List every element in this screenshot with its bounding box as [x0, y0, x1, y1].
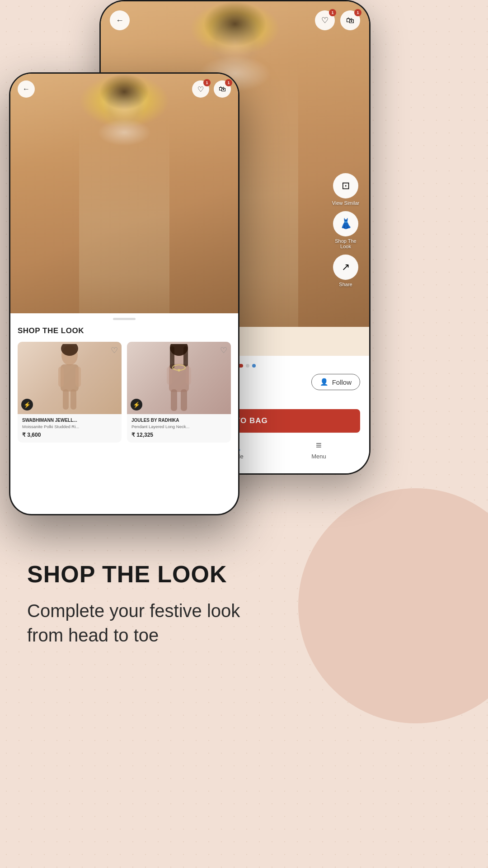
product-card-1[interactable]: ⚡ SWABHIMANN JEWELL... Moissanite Polki …: [18, 342, 122, 443]
follow-button[interactable]: 👤 Follow: [311, 374, 360, 390]
front-wishlist-btn[interactable]: ♡ 1: [192, 80, 209, 98]
product-info-1: SWABHIMANN JEWELL... Moissanite Polki St…: [18, 414, 122, 443]
handle-bar: [113, 318, 136, 320]
person-1: [18, 342, 122, 414]
product-desc-1: Moissanite Polki Studded Ri...: [22, 424, 117, 429]
share-btn[interactable]: ↗ Share: [331, 255, 360, 287]
bottom-text-section: SHOP THE LOOK Complete your festive look…: [0, 533, 488, 684]
front-wishlist-badge: 1: [203, 79, 211, 86]
view-similar-label: View Similar: [332, 200, 359, 206]
wishlist-icon-btn[interactable]: ♡ 1: [315, 10, 335, 30]
follow-user-icon: 👤: [320, 378, 328, 386]
product-price-1: ₹ 3,600: [22, 432, 117, 438]
person-2: [127, 342, 231, 414]
back-phone-topbar: ← ♡ 1 🛍 1: [101, 10, 369, 30]
back-button[interactable]: ←: [110, 10, 130, 30]
front-cart-badge: 1: [225, 79, 232, 86]
svg-rect-5: [70, 389, 76, 410]
view-similar-icon: ⊡: [333, 173, 358, 198]
menu-nav-icon: ≡: [316, 439, 322, 451]
front-top-icons: ♡ 1 🛍 1: [192, 80, 231, 98]
view-similar-btn[interactable]: ⊡ View Similar: [331, 173, 360, 206]
dot-6: [252, 364, 256, 368]
cart-badge: 1: [354, 9, 361, 16]
top-icons: ♡ 1 🛍 1: [315, 10, 360, 30]
panel-handle: [10, 313, 238, 323]
flash-badge-1: ⚡: [21, 399, 33, 410]
shop-the-look-label: Shop The Look: [331, 238, 360, 249]
front-dress: [79, 123, 169, 313]
product-info-2: JOULES BY RADHIKA Pendant Layered Long N…: [127, 414, 231, 443]
svg-rect-4: [63, 389, 69, 410]
follow-label: Follow: [332, 378, 352, 386]
shop-the-look-icon: 👗: [333, 211, 358, 236]
product-heart-1[interactable]: ♡: [111, 345, 118, 355]
svg-rect-15: [183, 346, 188, 367]
svg-rect-2: [58, 367, 64, 387]
phone-front: ← ♡ 1 🛍 1: [9, 72, 239, 515]
front-phone-hero-image: ← ♡ 1 🛍 1: [10, 74, 238, 313]
bottom-shop-subtitle: Complete your festive lookfrom head to t…: [27, 599, 461, 647]
panel-title: SHOP THE LOOK: [10, 323, 238, 342]
phones-section: ← ♡ 1 🛍 1: [0, 0, 488, 533]
share-icon: ↗: [333, 255, 358, 280]
dot-5: [246, 364, 249, 368]
product-price-2: ₹ 12,325: [131, 432, 226, 438]
share-label: Share: [339, 282, 352, 287]
flash-badge-2: ⚡: [131, 399, 142, 410]
product-card-2[interactable]: ⚡ JOULES BY RADHIKA Pendant Layered Long…: [127, 342, 231, 443]
nav-menu[interactable]: ≡ Menu: [311, 439, 326, 460]
product-image-2: ⚡: [127, 342, 231, 414]
svg-point-17: [178, 369, 180, 372]
action-buttons: ⊡ View Similar 👗 Shop The Look ↗ Share: [331, 173, 360, 287]
svg-rect-12: [181, 389, 187, 411]
svg-rect-11: [171, 389, 177, 411]
cart-icon-btn[interactable]: 🛍 1: [340, 10, 360, 30]
product-heart-2[interactable]: ♡: [220, 345, 227, 355]
bottom-shop-title: SHOP THE LOOK: [27, 561, 461, 588]
front-cart-btn[interactable]: 🛍 1: [214, 80, 231, 98]
svg-rect-9: [167, 367, 172, 385]
front-back-button[interactable]: ←: [18, 80, 35, 98]
front-phone-topbar: ← ♡ 1 🛍 1: [10, 80, 238, 98]
menu-nav-label: Menu: [311, 453, 326, 460]
svg-rect-3: [75, 367, 81, 387]
product-image-1: ⚡: [18, 342, 122, 414]
product-brand-2: JOULES BY RADHIKA: [131, 418, 226, 423]
product-brand-1: SWABHIMANN JEWELL...: [22, 418, 117, 423]
products-grid: ⚡ SWABHIMANN JEWELL... Moissanite Polki …: [10, 342, 238, 450]
shop-the-look-panel: SHOP THE LOOK: [10, 313, 238, 450]
product-desc-2: Pendant Layered Long Neck...: [131, 424, 226, 429]
wishlist-badge: 1: [329, 9, 336, 16]
phone-front-screen: ← ♡ 1 🛍 1: [10, 74, 238, 514]
page: ← ♡ 1 🛍 1: [0, 0, 488, 868]
svg-rect-10: [186, 367, 191, 385]
front-jewelry: [97, 119, 151, 146]
shop-the-look-btn[interactable]: 👗 Shop The Look: [331, 211, 360, 249]
